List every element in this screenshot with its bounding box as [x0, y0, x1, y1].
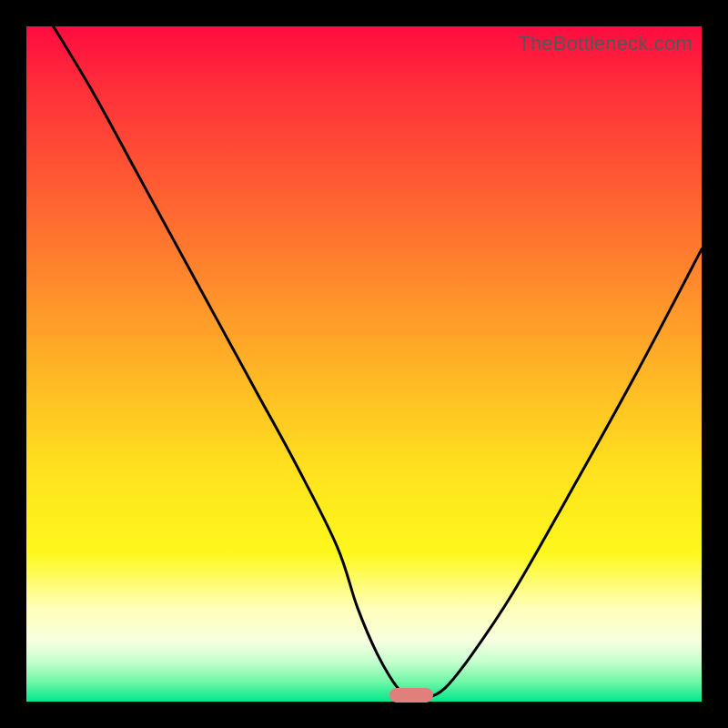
curve-path: [54, 26, 702, 700]
bottleneck-curve: [26, 26, 702, 702]
outer-frame: TheBottleneck.com: [0, 0, 728, 728]
optimal-marker: [389, 688, 433, 703]
plot-area: TheBottleneck.com: [26, 26, 702, 702]
